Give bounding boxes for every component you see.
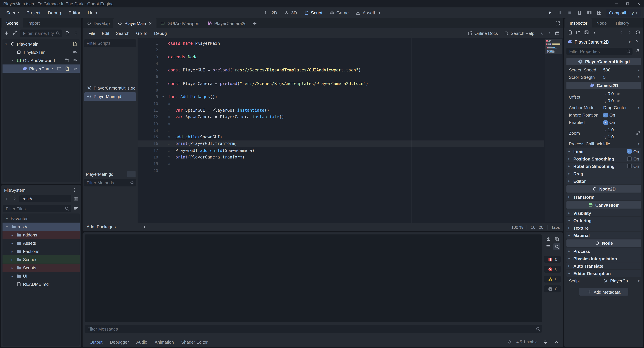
scene-tree-options-button[interactable] [72, 30, 79, 37]
line-number[interactable]: 8 [138, 87, 162, 94]
output-filter-messages[interactable]: 0 [544, 286, 561, 292]
eye-toggle-icon[interactable] [72, 66, 77, 71]
fs-favorites-header[interactable]: ▾Favorites: [2, 214, 80, 222]
line-number[interactable]: 9 [138, 94, 162, 100]
scene-tree-row-playermain[interactable]: ▾PlayerMain [2, 40, 80, 48]
online-docs-link[interactable]: Online Docs [464, 30, 501, 36]
load-resource-button[interactable] [574, 29, 582, 36]
inspector-group-position-smoothing[interactable]: ▸Position SmoothingOn [566, 155, 641, 162]
line-number[interactable]: 1 [138, 40, 162, 47]
link-axes-icon[interactable] [635, 130, 640, 136]
script-menu-search[interactable]: Search [112, 31, 133, 36]
menu-debug[interactable]: Debug [44, 8, 65, 18]
script-toggle-icon[interactable] [72, 41, 77, 46]
enabled-value[interactable]: On [603, 120, 640, 125]
method-item-add-packages[interactable]: Add_Packages [84, 222, 136, 230]
inspector-section-material[interactable]: ▸Material [566, 232, 641, 239]
toggle-scripts-panel-button[interactable] [141, 224, 148, 230]
filter-properties-input[interactable] [566, 48, 632, 55]
distraction-free-button[interactable] [555, 18, 563, 28]
inspector-node-row[interactable]: PlayerCamera2D ▾ [564, 38, 643, 46]
inspector-forward-button[interactable] [626, 29, 633, 36]
new-resource-button[interactable] [566, 29, 574, 36]
bottom-tab-shader-editor[interactable]: Shader Editor [178, 340, 211, 344]
bottom-tab-debugger[interactable]: Debugger [106, 340, 132, 344]
script-menu-go-to[interactable]: Go To [133, 31, 151, 36]
menu-project[interactable]: Project [23, 8, 44, 18]
line-number[interactable]: 17 [138, 147, 162, 154]
inspector-section-auto-translate[interactable]: ▸Auto Translate [566, 262, 641, 270]
search-help-link[interactable]: Search Help [501, 30, 537, 36]
script-item-playermain-gd[interactable]: PlayerMain.gd [84, 92, 136, 101]
checkbox[interactable] [627, 164, 632, 168]
bottom-tab-output[interactable]: Output [86, 340, 106, 344]
resource-options-button[interactable] [591, 29, 598, 36]
inspector-section-drag[interactable]: ▸Drag [566, 170, 641, 177]
maximize-icon[interactable] [625, 2, 630, 6]
fs-row-factions[interactable]: ▸Factions [2, 247, 80, 256]
script-toggle-icon[interactable] [64, 66, 70, 71]
inspector-category-node[interactable]: Node [566, 239, 641, 247]
fs-forward-button[interactable] [11, 195, 18, 202]
line-number[interactable]: 14 [138, 127, 162, 134]
inspector-section-texture[interactable]: ▸Texture [566, 224, 641, 231]
fold-gutter[interactable]: ▾ [162, 94, 168, 100]
inspector-group-limit[interactable]: ▸LimitOn [566, 148, 641, 155]
scene-tree-row-tinyboxtim[interactable]: TinyBoxTim [2, 48, 80, 56]
filesystem-options-button[interactable] [71, 186, 78, 194]
spinner-arrows[interactable]: ▴▾ [638, 68, 640, 72]
script-menu-debug[interactable]: Debug [151, 31, 170, 36]
collapse-duplicates-button[interactable] [545, 243, 552, 250]
filter-scripts-input[interactable] [84, 40, 136, 47]
screen-game[interactable]: Game [329, 10, 348, 16]
checkbox[interactable] [627, 156, 632, 161]
fs-breadcrumb[interactable]: res:// [19, 195, 71, 202]
play-button[interactable] [547, 9, 554, 16]
code-editor[interactable]: 1class_name PlayerMain23extends Node45co… [138, 38, 563, 223]
close-tab-icon[interactable] [148, 21, 153, 26]
line-number[interactable]: 20 [138, 168, 162, 174]
code-minimap[interactable] [545, 39, 562, 222]
inspector-history-button[interactable] [634, 29, 641, 36]
scene-tab-guiandviewport[interactable]: GUIAndViewport [156, 18, 203, 28]
stop-button[interactable] [566, 9, 574, 16]
bottom-tab-audio[interactable]: Audio [132, 340, 151, 344]
zoom-y-field[interactable]: y1.0 [603, 133, 634, 140]
inspector-category-camera2d[interactable]: Camera2D [566, 82, 641, 89]
attach-script-button[interactable] [64, 30, 71, 37]
pin-properties-button[interactable] [634, 48, 641, 55]
renderer-dropdown[interactable]: Compatibility ▾ [606, 8, 641, 17]
dock-tab-node[interactable]: Node [592, 18, 611, 28]
fs-row-ui[interactable]: ▸UI [2, 272, 80, 280]
inspector-group-rotation-smoothing[interactable]: ▸Rotation SmoothingOn [566, 163, 641, 170]
remote-debug-button[interactable] [576, 9, 583, 16]
inspector-section-ordering[interactable]: ▸Ordering [566, 217, 641, 224]
fs-back-button[interactable] [3, 195, 10, 202]
dock-tab-import[interactable]: Import [23, 18, 44, 28]
make-floating-button[interactable] [554, 30, 561, 37]
scroll-to-end-button[interactable] [545, 235, 552, 242]
line-number[interactable]: 4 [138, 60, 162, 67]
output-filter-warnings[interactable]: 0 [544, 276, 561, 282]
inspector-category-playercamerautils-gd[interactable]: PlayerCameraUtils.gd [566, 58, 641, 65]
line-number[interactable]: 3 [138, 54, 162, 60]
line-number[interactable]: 18 [138, 154, 162, 161]
fs-split-mode-button[interactable] [72, 195, 79, 202]
menu-editor[interactable]: Editor [65, 8, 84, 18]
tree-chevron-icon[interactable]: ▾ [10, 58, 14, 62]
window-close-icon[interactable] [636, 2, 641, 6]
new-scene-tab-icon[interactable] [252, 20, 257, 26]
inspector-section-process[interactable]: ▸Process [566, 248, 641, 254]
indent-mode[interactable]: Tabs [551, 225, 560, 229]
line-number[interactable]: 19 [138, 161, 162, 168]
script-value[interactable]: PlayerCa▾ [603, 278, 640, 284]
fs-filter-input[interactable] [3, 205, 71, 212]
expand-bottom-panel-button[interactable] [553, 338, 560, 345]
bottom-tab-animation[interactable]: Animation [151, 340, 178, 344]
scene-tree-row-playercamera2d[interactable]: PlayerCamera2D [2, 64, 80, 72]
checkbox[interactable] [627, 149, 632, 154]
pause-button[interactable] [556, 9, 564, 16]
line-number[interactable]: 2 [138, 47, 162, 54]
menu-scene[interactable]: Scene [2, 8, 23, 18]
copy-output-button[interactable] [553, 235, 560, 242]
